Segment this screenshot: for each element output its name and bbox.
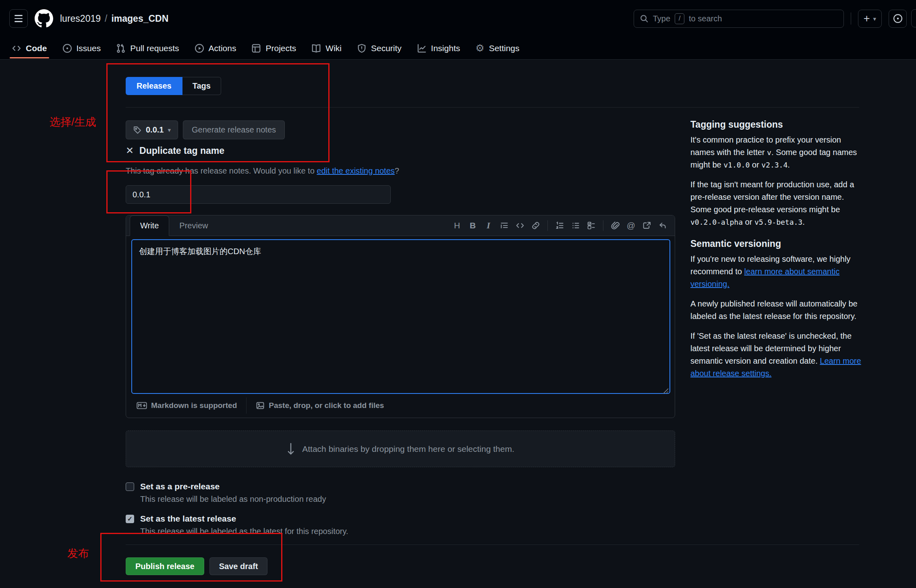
shield-icon (357, 43, 367, 53)
heading-button[interactable]: H (450, 218, 464, 233)
tab-label: Insights (431, 43, 460, 53)
choose-tag-dropdown[interactable]: 0.0.1 ▾ (126, 120, 178, 139)
search-input[interactable]: Type / to search (634, 10, 844, 28)
header-divider (851, 12, 851, 25)
markdown-editor: Write Preview H B I @ 创建用于博客加载图片的CDN仓库 M… (126, 215, 675, 418)
tab-issues[interactable]: Issues (56, 39, 107, 58)
toggle-tags[interactable]: Tags (182, 77, 221, 95)
tab-label: Actions (209, 43, 236, 53)
saved-replies-button[interactable] (655, 218, 670, 233)
semver-paragraph-1: If you're new to releasing software, we … (690, 253, 861, 290)
slash-key-icon: / (675, 13, 684, 24)
tab-preview[interactable]: Preview (169, 215, 218, 236)
create-new-button[interactable]: + ▾ (858, 10, 882, 28)
selected-tag: 0.0.1 (146, 125, 164, 135)
tab-label: Wiki (325, 43, 342, 53)
breadcrumb-repo[interactable]: images_CDN (111, 13, 168, 24)
italic-button[interactable]: I (481, 218, 496, 233)
error-title: Duplicate tag name (139, 145, 224, 156)
ordered-list-button[interactable] (552, 218, 567, 233)
attach-label: Attach binaries by dropping them here or… (302, 444, 514, 454)
prerelease-label[interactable]: Set as a pre-release (140, 482, 326, 491)
release-notes-textarea[interactable]: 创建用于博客加载图片的CDN仓库 (131, 239, 670, 394)
search-placeholder-suffix: to search (689, 14, 722, 23)
toolbar-separator (603, 220, 603, 231)
tab-label: Issues (77, 43, 101, 53)
tab-write[interactable]: Write (130, 215, 169, 236)
markdown-toolbar: H B I @ (450, 215, 675, 236)
git-pull-request-icon (116, 43, 126, 53)
mention-button[interactable]: @ (624, 218, 638, 233)
generate-release-notes-button[interactable]: Generate release notes (183, 120, 285, 139)
message-suffix: ? (395, 166, 399, 175)
bold-button[interactable]: B (465, 218, 480, 233)
duplicate-tag-error: ✕ Duplicate tag name (126, 145, 224, 156)
tagging-suggestions-title: Tagging suggestions (690, 119, 861, 130)
breadcrumb-owner[interactable]: lures2019 (60, 13, 101, 24)
tab-settings[interactable]: ⚙ Settings (469, 39, 525, 58)
table-icon (251, 43, 261, 53)
save-draft-button[interactable]: Save draft (209, 557, 268, 575)
check-icon: ✓ (127, 515, 133, 523)
edit-existing-notes-link[interactable]: edit the existing notes (317, 166, 394, 175)
help-sidebar: Tagging suggestions It's common practice… (690, 119, 861, 387)
footer-separator (246, 398, 247, 414)
tagging-paragraph-2: If the tag isn't meant for production us… (690, 178, 861, 228)
book-icon (311, 43, 321, 53)
repo-nav: Code Issues Pull requests Actions Projec… (0, 37, 916, 59)
attach-binaries-dropzone[interactable]: Attach binaries by dropping them here or… (126, 431, 675, 467)
attach-file-button[interactable] (608, 218, 623, 233)
toggle-releases[interactable]: Releases (126, 77, 182, 95)
tag-icon (133, 126, 142, 135)
code-button[interactable] (512, 218, 527, 233)
section-divider (126, 107, 859, 108)
tab-label: Pull requests (130, 43, 179, 53)
github-logo-icon[interactable] (35, 9, 53, 28)
editor-header: Write Preview H B I @ (126, 215, 675, 236)
toolbar-separator (547, 220, 548, 231)
tab-label: Settings (489, 43, 520, 53)
latest-release-checkbox[interactable]: ✓ (126, 515, 134, 523)
tab-insights[interactable]: Insights (411, 39, 466, 58)
global-navbar: lures2019 / images_CDN Type / to search … (0, 0, 916, 37)
breadcrumb: lures2019 / images_CDN (60, 13, 168, 24)
markdown-supported-label: Markdown is supported (151, 401, 237, 410)
graph-icon (417, 43, 427, 53)
latest-release-label[interactable]: Set as the latest release (140, 514, 348, 524)
tab-pull-requests[interactable]: Pull requests (110, 39, 185, 58)
release-title-input[interactable] (126, 185, 391, 204)
tab-code[interactable]: Code (6, 39, 53, 58)
tab-actions[interactable]: Actions (189, 39, 242, 58)
quote-button[interactable] (497, 218, 512, 233)
tagging-paragraph-1: It's common practice to prefix your vers… (690, 134, 861, 171)
tasklist-button[interactable] (584, 218, 599, 233)
tab-projects[interactable]: Projects (245, 39, 302, 58)
tab-label: Code (26, 43, 47, 53)
paste-drop-add-files[interactable]: Paste, drop, or click to add files (256, 401, 384, 410)
app-header: lures2019 / images_CDN Type / to search … (0, 0, 916, 60)
tab-label: Security (371, 43, 402, 53)
download-arrow-icon (286, 440, 295, 458)
cross-reference-button[interactable] (639, 218, 654, 233)
editor-footer: Markdown is supported Paste, drop, or cl… (137, 396, 384, 415)
prerelease-checkbox[interactable] (126, 482, 134, 491)
link-button[interactable] (528, 218, 543, 233)
markdown-icon (137, 402, 147, 409)
play-circle-icon (195, 43, 204, 53)
close-icon[interactable]: ✕ (126, 145, 134, 156)
tag-toolbar: 0.0.1 ▾ Generate release notes (126, 120, 285, 139)
tab-label: Projects (265, 43, 296, 53)
unordered-list-button[interactable] (568, 218, 583, 233)
publish-release-button[interactable]: Publish release (126, 557, 204, 575)
hamburger-menu-button[interactable] (9, 9, 28, 28)
partial-button[interactable] (911, 9, 916, 27)
markdown-supported[interactable]: Markdown is supported (137, 401, 237, 410)
issue-opened-icon (62, 43, 72, 53)
tab-security[interactable]: Security (351, 39, 408, 58)
image-icon (256, 401, 265, 410)
chevron-down-icon: ▾ (873, 16, 876, 22)
issues-dashboard-button[interactable] (889, 10, 907, 28)
annotation-select-generate-label: 选择/生成 (50, 115, 96, 129)
tab-wiki[interactable]: Wiki (305, 39, 348, 58)
footer-divider (126, 545, 859, 545)
